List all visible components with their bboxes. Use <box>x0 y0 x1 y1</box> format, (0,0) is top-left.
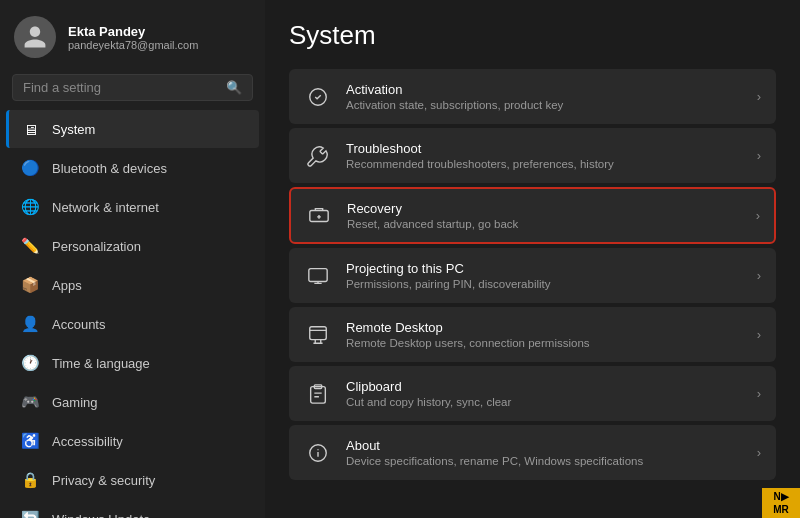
text-about: About Device specifications, rename PC, … <box>346 438 743 467</box>
nav-icon-accounts: 👤 <box>20 314 40 334</box>
nav-label-network: Network & internet <box>52 200 159 215</box>
main-content: System Activation Activation state, subs… <box>265 0 800 518</box>
settings-item-activation[interactable]: Activation Activation state, subscriptio… <box>289 69 776 124</box>
settings-list: Activation Activation state, subscriptio… <box>289 69 776 480</box>
text-remote: Remote Desktop Remote Desktop users, con… <box>346 320 743 349</box>
svg-rect-2 <box>309 268 327 281</box>
icon-recovery <box>305 202 333 230</box>
nav-label-accounts: Accounts <box>52 317 105 332</box>
settings-item-recovery[interactable]: Recovery Reset, advanced startup, go bac… <box>289 187 776 244</box>
chevron-recovery: › <box>756 208 760 223</box>
nav-label-system: System <box>52 122 95 137</box>
nav-label-accessibility: Accessibility <box>52 434 123 449</box>
settings-item-troubleshoot[interactable]: Troubleshoot Recommended troubleshooters… <box>289 128 776 183</box>
search-box[interactable]: 🔍 <box>12 74 253 101</box>
icon-projecting <box>304 262 332 290</box>
sidebar-item-bluetooth[interactable]: 🔵 Bluetooth & devices <box>6 149 259 187</box>
nav-icon-personalization: ✏️ <box>20 236 40 256</box>
nav-label-gaming: Gaming <box>52 395 98 410</box>
icon-troubleshoot <box>304 142 332 170</box>
text-troubleshoot: Troubleshoot Recommended troubleshooters… <box>346 141 743 170</box>
sidebar-item-privacy[interactable]: 🔒 Privacy & security <box>6 461 259 499</box>
chevron-activation: › <box>757 89 761 104</box>
subtitle-remote: Remote Desktop users, connection permiss… <box>346 337 743 349</box>
chevron-clipboard: › <box>757 386 761 401</box>
nav-icon-time: 🕐 <box>20 353 40 373</box>
nav-icon-privacy: 🔒 <box>20 470 40 490</box>
text-activation: Activation Activation state, subscriptio… <box>346 82 743 111</box>
nav-label-bluetooth: Bluetooth & devices <box>52 161 167 176</box>
nav-icon-bluetooth: 🔵 <box>20 158 40 178</box>
nav-icon-gaming: 🎮 <box>20 392 40 412</box>
user-profile: Ekta Pandey pandeyekta78@gmail.com <box>0 0 265 70</box>
search-input[interactable] <box>23 80 218 95</box>
chevron-about: › <box>757 445 761 460</box>
title-projecting: Projecting to this PC <box>346 261 743 276</box>
svg-rect-3 <box>310 326 327 339</box>
sidebar-item-personalization[interactable]: ✏️ Personalization <box>6 227 259 265</box>
sidebar-item-system[interactable]: 🖥 System <box>6 110 259 148</box>
nav-label-time: Time & language <box>52 356 150 371</box>
nav-label-update: Windows Update <box>52 512 150 519</box>
watermark: N▶ MR <box>762 488 800 518</box>
subtitle-recovery: Reset, advanced startup, go back <box>347 218 742 230</box>
title-about: About <box>346 438 743 453</box>
settings-item-about[interactable]: About Device specifications, rename PC, … <box>289 425 776 480</box>
user-name: Ekta Pandey <box>68 24 198 39</box>
nav-label-personalization: Personalization <box>52 239 141 254</box>
nav-list: 🖥 System 🔵 Bluetooth & devices 🌐 Network… <box>0 109 265 518</box>
icon-remote <box>304 321 332 349</box>
chevron-troubleshoot: › <box>757 148 761 163</box>
title-recovery: Recovery <box>347 201 742 216</box>
chevron-projecting: › <box>757 268 761 283</box>
search-icon: 🔍 <box>226 80 242 95</box>
title-clipboard: Clipboard <box>346 379 743 394</box>
subtitle-clipboard: Cut and copy history, sync, clear <box>346 396 743 408</box>
user-info: Ekta Pandey pandeyekta78@gmail.com <box>68 24 198 51</box>
settings-item-projecting[interactable]: Projecting to this PC Permissions, pairi… <box>289 248 776 303</box>
sidebar-item-time[interactable]: 🕐 Time & language <box>6 344 259 382</box>
subtitle-about: Device specifications, rename PC, Window… <box>346 455 743 467</box>
text-recovery: Recovery Reset, advanced startup, go bac… <box>347 201 742 230</box>
nav-icon-network: 🌐 <box>20 197 40 217</box>
settings-item-clipboard[interactable]: Clipboard Cut and copy history, sync, cl… <box>289 366 776 421</box>
sidebar-item-apps[interactable]: 📦 Apps <box>6 266 259 304</box>
icon-clipboard <box>304 380 332 408</box>
title-remote: Remote Desktop <box>346 320 743 335</box>
text-clipboard: Clipboard Cut and copy history, sync, cl… <box>346 379 743 408</box>
avatar <box>14 16 56 58</box>
nav-icon-update: 🔄 <box>20 509 40 518</box>
subtitle-troubleshoot: Recommended troubleshooters, preferences… <box>346 158 743 170</box>
sidebar-item-accessibility[interactable]: ♿ Accessibility <box>6 422 259 460</box>
text-projecting: Projecting to this PC Permissions, pairi… <box>346 261 743 290</box>
nav-icon-accessibility: ♿ <box>20 431 40 451</box>
nav-label-privacy: Privacy & security <box>52 473 155 488</box>
nav-icon-apps: 📦 <box>20 275 40 295</box>
nav-icon-system: 🖥 <box>20 119 40 139</box>
subtitle-projecting: Permissions, pairing PIN, discoverabilit… <box>346 278 743 290</box>
user-email: pandeyekta78@gmail.com <box>68 39 198 51</box>
title-troubleshoot: Troubleshoot <box>346 141 743 156</box>
sidebar: Ekta Pandey pandeyekta78@gmail.com 🔍 🖥 S… <box>0 0 265 518</box>
icon-about <box>304 439 332 467</box>
sidebar-item-gaming[interactable]: 🎮 Gaming <box>6 383 259 421</box>
watermark-line1: N▶ <box>765 490 797 503</box>
sidebar-item-accounts[interactable]: 👤 Accounts <box>6 305 259 343</box>
subtitle-activation: Activation state, subscriptions, product… <box>346 99 743 111</box>
settings-item-remote[interactable]: Remote Desktop Remote Desktop users, con… <box>289 307 776 362</box>
chevron-remote: › <box>757 327 761 342</box>
page-title: System <box>289 20 776 51</box>
icon-activation <box>304 83 332 111</box>
title-activation: Activation <box>346 82 743 97</box>
nav-label-apps: Apps <box>52 278 82 293</box>
watermark-line2: MR <box>765 503 797 516</box>
sidebar-item-update[interactable]: 🔄 Windows Update <box>6 500 259 518</box>
sidebar-item-network[interactable]: 🌐 Network & internet <box>6 188 259 226</box>
